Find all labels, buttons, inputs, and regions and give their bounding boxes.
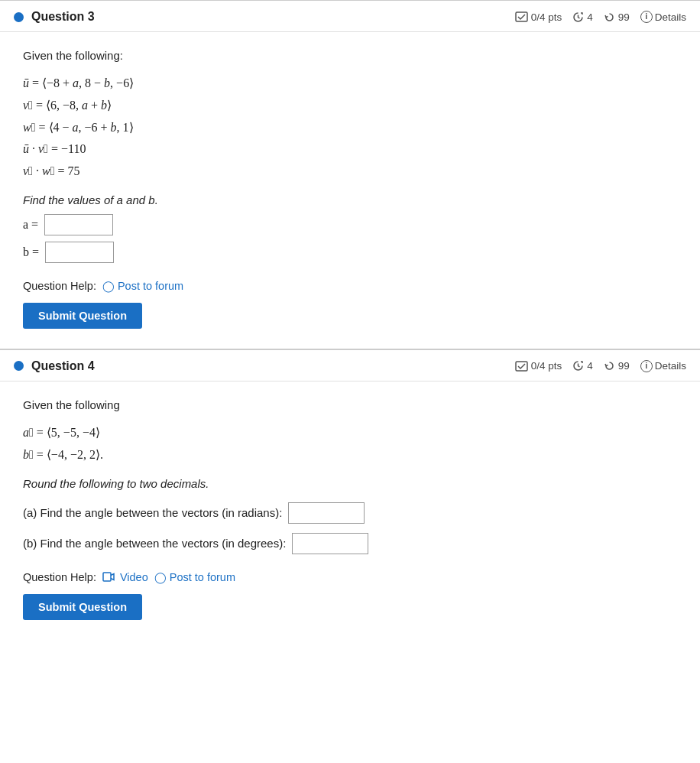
b-label: b =	[23, 245, 39, 259]
details-label-q4: Details	[655, 360, 686, 372]
video-label-q4: Video	[120, 571, 148, 583]
math-line-q3-4: ū · v⃗ = −110	[23, 138, 677, 161]
question-3-label: Question 3	[31, 10, 95, 24]
input-row-b: b =	[23, 242, 677, 263]
part-b-input[interactable]	[292, 533, 368, 554]
score-icon-q4: 0/4 pts	[515, 360, 562, 372]
round-text-q4: Round the following to two decimals.	[23, 477, 677, 490]
part-b-label: (b) Find the angle between the vectors (…	[23, 537, 286, 550]
svg-rect-0	[516, 12, 527, 21]
submit-button-q4[interactable]: Submit Question	[23, 594, 142, 620]
svg-rect-2	[103, 573, 111, 581]
input-row-a: a =	[23, 214, 677, 235]
submit-button-q3[interactable]: Submit Question	[23, 303, 142, 329]
part-a-label: (a) Find the angle between the vectors (…	[23, 506, 282, 519]
attempts-q4: 99	[618, 360, 630, 372]
post-to-forum-label-q4: Post to forum	[170, 571, 235, 583]
part-a-input[interactable]	[288, 502, 365, 524]
details-label-q3: Details	[655, 11, 686, 23]
details-link-q3[interactable]: i Details	[640, 11, 686, 23]
math-line-q3-1: ū = ⟨−8 + a, 8 − b, −6⟩	[23, 73, 677, 95]
math-line-q3-3: w⃗ = ⟨4 − a, −6 + b, 1⟩	[23, 117, 677, 139]
question-3-body: Given the following: ū = ⟨−8 + a, 8 − b,…	[0, 32, 700, 349]
question-help-q4: Question Help: Video ◯ Post to forum	[23, 571, 677, 583]
question-4-header: Question 4 0/4 pts 4	[0, 350, 700, 382]
question-3-meta: 0/4 pts 4 99 i Detail	[515, 11, 686, 23]
attempts-q3: 99	[618, 11, 630, 23]
svg-rect-1	[516, 362, 527, 371]
help-label-q3: Question Help:	[23, 280, 96, 292]
given-heading-q3: Given the following:	[23, 49, 677, 62]
attempts-icon-q3: 99	[604, 11, 630, 23]
score-icon-q3: 0/4 pts	[515, 11, 562, 23]
history-icon-q4: 4	[572, 360, 593, 372]
video-link-q4[interactable]: Video	[102, 571, 148, 583]
question-3-title: Question 3	[14, 10, 95, 24]
blue-dot-q4	[14, 361, 24, 371]
math-line-q3-5: v⃗ · w⃗ = 75	[23, 161, 677, 183]
part-a-row: (a) Find the angle between the vectors (…	[23, 502, 677, 524]
b-input[interactable]	[45, 242, 114, 263]
question-3-block: Question 3 0/4 pts 4	[0, 0, 700, 349]
a-label: a =	[23, 218, 38, 232]
video-icon-q4	[102, 572, 117, 582]
math-line-q4-2: b⃗ = ⟨−4, −2, 2⟩.	[23, 444, 677, 466]
question-4-block: Question 4 0/4 pts 4	[0, 349, 700, 640]
forum-icon-q4: ◯	[154, 571, 167, 583]
post-to-forum-link-q3[interactable]: ◯ Post to forum	[102, 280, 183, 292]
find-text-q3: Find the values of a and b.	[23, 193, 677, 206]
question-4-title: Question 4	[14, 359, 95, 373]
given-heading-q4: Given the following	[23, 398, 677, 411]
a-input[interactable]	[44, 214, 113, 235]
score-q4: 0/4 pts	[531, 360, 562, 372]
info-icon-q3: i	[640, 11, 653, 23]
forum-icon-q3: ◯	[102, 280, 115, 292]
history-q4: 4	[587, 360, 593, 372]
question-4-label: Question 4	[31, 359, 95, 373]
math-block-q4: a⃗ = ⟨5, −5, −4⟩ b⃗ = ⟨−4, −2, 2⟩.	[23, 422, 677, 466]
blue-dot-q3	[14, 12, 24, 22]
question-4-body: Given the following a⃗ = ⟨5, −5, −4⟩ b⃗ …	[0, 382, 700, 640]
math-line-q4-1: a⃗ = ⟨5, −5, −4⟩	[23, 422, 677, 444]
post-to-forum-link-q4[interactable]: ◯ Post to forum	[154, 571, 235, 583]
question-help-q3: Question Help: ◯ Post to forum	[23, 280, 677, 292]
attempts-icon-q4: 99	[604, 360, 630, 372]
help-label-q4: Question Help:	[23, 571, 96, 583]
history-icon-q3: 4	[572, 11, 593, 23]
post-to-forum-label-q3: Post to forum	[118, 280, 183, 292]
question-4-meta: 0/4 pts 4 99 i Details	[515, 360, 686, 372]
part-b-row: (b) Find the angle between the vectors (…	[23, 533, 677, 554]
info-icon-q4: i	[640, 360, 653, 372]
question-3-header: Question 3 0/4 pts 4	[0, 1, 700, 32]
history-q3: 4	[587, 11, 593, 23]
score-q3: 0/4 pts	[531, 11, 562, 23]
math-line-q3-2: v⃗ = ⟨6, −8, a + b⟩	[23, 95, 677, 117]
details-link-q4[interactable]: i Details	[640, 360, 686, 372]
math-block-q3: ū = ⟨−8 + a, 8 − b, −6⟩ v⃗ = ⟨6, −8, a +…	[23, 73, 677, 183]
